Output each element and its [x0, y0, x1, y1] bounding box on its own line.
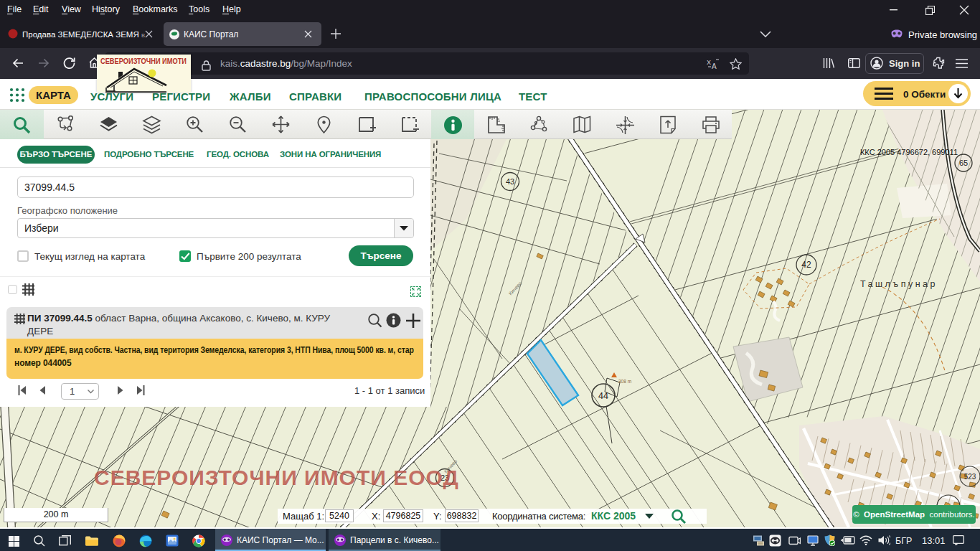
svg-text:Ташлъпунар: Ташлъпунар	[860, 279, 938, 289]
svg-text:43: 43	[506, 177, 514, 186]
svg-text:42: 42	[801, 260, 811, 270]
svg-text:ККС 2005 4796672, 699011: ККС 2005 4796672, 699011	[860, 148, 958, 156]
svg-text:44: 44	[598, 391, 608, 401]
svg-text:СЕВЕРОИЗТОЧНИ ИМОТИ ЕООД: СЕВЕРОИЗТОЧНИ ИМОТИ ЕООД	[94, 466, 459, 489]
svg-text:X: X	[707, 59, 711, 66]
svg-text:65: 65	[959, 159, 968, 167]
svg-text:СЕВЕРОИЗТОЧНИ ИМОТИ: СЕВЕРОИЗТОЧНИ ИМОТИ	[100, 57, 187, 65]
svg-text:523: 523	[964, 473, 976, 481]
svg-text:308 m: 308 m	[618, 379, 631, 384]
svg-text:A: A	[712, 62, 717, 70]
